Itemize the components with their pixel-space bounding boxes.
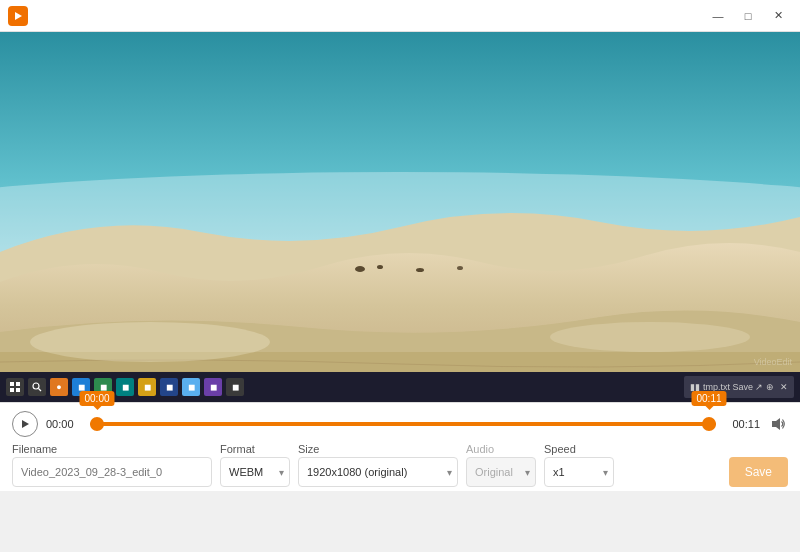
taskbar-icon-4[interactable]: ◼ xyxy=(116,378,134,396)
svg-point-5 xyxy=(377,265,383,269)
title-bar-controls: — □ ✕ xyxy=(704,4,792,28)
svg-rect-10 xyxy=(10,382,14,386)
time-start: 00:00 xyxy=(46,418,82,430)
taskbar-icon-9[interactable]: ◼ xyxy=(226,378,244,396)
format-group: Format WEBM MP4 AVI MOV xyxy=(220,443,290,487)
close-button[interactable]: ✕ xyxy=(764,4,792,28)
svg-marker-17 xyxy=(772,418,780,430)
format-label: Format xyxy=(220,443,290,455)
taskbar-icon-7[interactable]: ◼ xyxy=(182,378,200,396)
svg-point-8 xyxy=(30,322,270,362)
audio-label: Audio xyxy=(466,443,536,455)
svg-rect-13 xyxy=(16,388,20,392)
taskbar-search-icon[interactable] xyxy=(28,378,46,396)
taskbar-panel-close[interactable]: ✕ xyxy=(780,382,788,392)
timeline-row: 00:00 00:00 00:11 00:11 xyxy=(12,411,788,437)
tooltip-start: 00:00 xyxy=(79,391,114,406)
title-bar-left xyxy=(8,6,28,26)
timeline-container[interactable]: 00:00 00:11 xyxy=(90,414,716,434)
timeline-thumb-start[interactable]: 00:00 xyxy=(90,417,104,431)
format-select-wrapper[interactable]: WEBM MP4 AVI MOV xyxy=(220,457,290,487)
speed-select[interactable]: x1 x0.5 x2 xyxy=(544,457,614,487)
filename-input[interactable] xyxy=(12,457,212,487)
taskbar-icon-1[interactable]: ● xyxy=(50,378,68,396)
title-bar: — □ ✕ xyxy=(0,0,800,32)
time-end: 00:11 xyxy=(724,418,760,430)
audio-select[interactable]: Original xyxy=(466,457,536,487)
svg-point-14 xyxy=(33,383,39,389)
svg-line-15 xyxy=(39,389,42,392)
filename-group: Filename xyxy=(12,443,212,487)
svg-point-4 xyxy=(355,266,365,272)
tooltip-end: 00:11 xyxy=(691,391,726,406)
controls-area: 00:00 00:00 00:11 00:11 File xyxy=(0,402,800,491)
timeline-track[interactable]: 00:00 00:11 xyxy=(90,422,716,426)
audio-group: Audio Original xyxy=(466,443,536,487)
speed-select-wrapper[interactable]: x1 x0.5 x2 xyxy=(544,457,614,487)
svg-rect-12 xyxy=(10,388,14,392)
filename-label: Filename xyxy=(12,443,212,455)
taskbar-overlay: ● ◼ ◼ ◼ ◼ ◼ ◼ ◼ ◼ ▮▮ tmp.txt Save ↗ ⊕ ✕ xyxy=(0,372,800,402)
format-select[interactable]: WEBM MP4 AVI MOV xyxy=(220,457,290,487)
timeline-fill xyxy=(90,422,716,426)
video-area: VideoEdit ● ◼ ◼ ◼ ◼ ◼ ◼ ◼ ◼ ▮▮ tmp.txt S… xyxy=(0,32,800,402)
fields-row: Filename Format WEBM MP4 AVI MOV Size 19… xyxy=(12,443,788,487)
taskbar-icon-6[interactable]: ◼ xyxy=(160,378,178,396)
volume-button[interactable] xyxy=(768,414,788,434)
audio-select-wrapper[interactable]: Original xyxy=(466,457,536,487)
taskbar-start-icon[interactable] xyxy=(6,378,24,396)
svg-marker-16 xyxy=(22,420,29,428)
maximize-button[interactable]: □ xyxy=(734,4,762,28)
svg-rect-11 xyxy=(16,382,20,386)
size-select[interactable]: 1920x1080 (original) 1280x720 854x480 xyxy=(298,457,458,487)
app-logo xyxy=(8,6,28,26)
size-group: Size 1920x1080 (original) 1280x720 854x4… xyxy=(298,443,458,487)
speed-group: Speed x1 x0.5 x2 xyxy=(544,443,614,487)
size-select-wrapper[interactable]: 1920x1080 (original) 1280x720 854x480 xyxy=(298,457,458,487)
taskbar-icon-5[interactable]: ◼ xyxy=(138,378,156,396)
svg-point-7 xyxy=(457,266,463,270)
size-label: Size xyxy=(298,443,458,455)
save-button[interactable]: Save xyxy=(729,457,788,487)
speed-label: Speed xyxy=(544,443,614,455)
taskbar-icon-8[interactable]: ◼ xyxy=(204,378,222,396)
svg-point-6 xyxy=(416,268,424,272)
timeline-thumb-end[interactable]: 00:11 xyxy=(702,417,716,431)
svg-marker-0 xyxy=(15,12,22,20)
minimize-button[interactable]: — xyxy=(704,4,732,28)
play-button[interactable] xyxy=(12,411,38,437)
video-watermark: VideoEdit xyxy=(754,357,792,367)
svg-point-9 xyxy=(550,322,750,352)
